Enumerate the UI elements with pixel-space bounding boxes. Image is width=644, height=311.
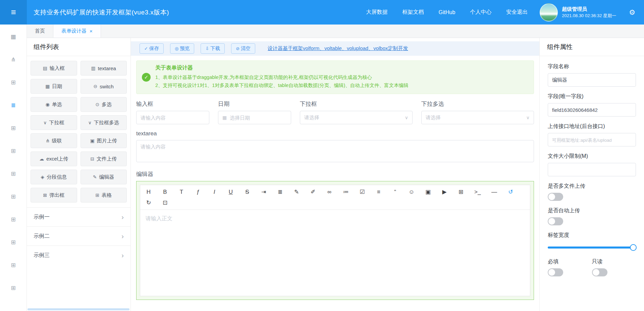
- calendar-icon: ▦: [45, 84, 50, 89]
- select-field-label: 下拉框: [300, 100, 413, 108]
- download-button[interactable]: ⇩ 下载: [201, 43, 225, 54]
- apps-grid-icon[interactable]: ▦: [10, 34, 16, 40]
- text-input-field[interactable]: [136, 111, 209, 124]
- required-toggle[interactable]: [548, 268, 563, 276]
- editor-content-placeholder[interactable]: 请输入正文: [140, 210, 530, 296]
- label-width-slider[interactable]: [548, 244, 636, 251]
- indent-icon[interactable]: ⇥: [261, 189, 267, 195]
- font-size-icon[interactable]: T: [178, 189, 184, 195]
- strikethrough-icon[interactable]: S: [244, 189, 250, 195]
- hamburger-menu-icon[interactable]: ≡: [0, 0, 27, 25]
- component-item-table[interactable]: ⊞ 表格: [80, 188, 127, 203]
- component-item-date[interactable]: ▦ 日期: [31, 79, 77, 94]
- label-width-slider-knob[interactable]: [630, 244, 637, 251]
- date-input[interactable]: [230, 115, 287, 121]
- field-key-input[interactable]: [548, 103, 636, 117]
- tab-form-designer[interactable]: 表单设计器 ×: [53, 25, 101, 38]
- close-icon[interactable]: ×: [90, 28, 93, 34]
- left-panel-scrollbar[interactable]: [28, 308, 129, 310]
- link-icon[interactable]: ∞: [326, 189, 332, 195]
- highlight-icon[interactable]: ✎: [293, 189, 300, 195]
- upload-url-input[interactable]: [548, 133, 636, 146]
- component-item-checkbox[interactable]: ⊙ 多选: [80, 97, 127, 112]
- video-icon[interactable]: ▶: [441, 189, 447, 195]
- table-icon[interactable]: ⊞: [458, 189, 464, 195]
- undo-icon[interactable]: ↺: [507, 189, 514, 195]
- emoji-icon[interactable]: ☺: [409, 189, 415, 195]
- preview-button[interactable]: ◎ 预览: [170, 43, 194, 54]
- component-item-excel-upload[interactable]: ☁ excel上传: [31, 151, 77, 166]
- avatar[interactable]: [540, 3, 558, 21]
- text-input[interactable]: [141, 115, 205, 121]
- line-height-icon[interactable]: ≣: [277, 189, 283, 195]
- list-icon[interactable]: ≔: [343, 189, 349, 195]
- task-list-icon[interactable]: ☑: [359, 189, 365, 195]
- widgets-icon[interactable]: ⊞: [11, 125, 15, 131]
- widgets-icon[interactable]: ⊞: [11, 217, 15, 222]
- component-item-select[interactable]: ∨ 下拉框: [31, 115, 77, 130]
- group-example-1[interactable]: 示例一 ›: [27, 207, 130, 226]
- underline-icon[interactable]: U: [228, 189, 234, 195]
- widgets-icon[interactable]: ⊞: [11, 239, 15, 245]
- brush-icon[interactable]: ✐: [310, 189, 316, 195]
- quote-icon[interactable]: “: [392, 189, 398, 195]
- multi-file-upload-toggle[interactable]: [548, 193, 563, 201]
- date-picker-field[interactable]: ▦: [218, 111, 291, 124]
- gear-icon[interactable]: ⚙: [629, 8, 635, 16]
- nav-item-big-screen[interactable]: 大屏数据: [366, 9, 387, 16]
- field-name-input[interactable]: [548, 73, 636, 87]
- download-icon: ⇩: [205, 46, 209, 51]
- multiselect-field[interactable]: 请选择 ∨: [421, 111, 534, 124]
- group-example-3[interactable]: 示例三 ›: [27, 246, 130, 265]
- component-item-popup[interactable]: ⊠ 弹出框: [31, 188, 77, 203]
- component-item-textarea[interactable]: ▥ textarea: [80, 61, 127, 76]
- component-item-radio[interactable]: ◉ 单选: [31, 97, 77, 112]
- component-item-switch[interactable]: ⊝ switch: [80, 79, 127, 94]
- heading-icon[interactable]: H: [146, 189, 152, 195]
- editor-selected-wrapper[interactable]: H B T ƒ I U S ⇥ ≣ ✎: [136, 181, 534, 300]
- clear-button[interactable]: ⊘ 清空: [231, 43, 255, 54]
- auto-upload-toggle[interactable]: [548, 217, 563, 225]
- designer-canvas: ✓ 保存 ◎ 预览 ⇩ 下载 ⊘ 清空 设计器基于框架vo: [131, 38, 539, 311]
- readonly-toggle[interactable]: [592, 268, 607, 276]
- textarea-field-label: textarea: [136, 130, 534, 137]
- widgets-icon[interactable]: ⊞: [11, 148, 15, 154]
- component-item-editor[interactable]: ✎ 编辑器: [80, 170, 127, 184]
- sliders-icon[interactable]: ≣: [11, 102, 15, 108]
- nav-item-profile[interactable]: 个人中心: [470, 9, 491, 16]
- upload-url-label: 上传接口地址(后台接口): [548, 123, 636, 130]
- editor-component[interactable]: 编辑器 H B T ƒ I U: [136, 170, 534, 300]
- fullscreen-icon[interactable]: ⊡: [162, 200, 168, 206]
- component-item-input[interactable]: ▤ 输入框: [31, 61, 77, 76]
- nav-item-logout[interactable]: 安全退出: [506, 9, 528, 16]
- modules-icon[interactable]: ⊞: [11, 80, 15, 85]
- framework-link[interactable]: 设计器基于框架volform、voltable、volupload、volbox…: [268, 45, 408, 52]
- textarea-field[interactable]: [136, 140, 534, 162]
- italic-icon[interactable]: I: [211, 189, 217, 195]
- save-button[interactable]: ✓ 保存: [140, 43, 164, 54]
- tab-home[interactable]: 首页: [27, 25, 53, 38]
- component-item-cascade[interactable]: ⋔ 级联: [31, 133, 77, 148]
- file-size-limit-input[interactable]: [548, 163, 636, 176]
- component-item-multiselect[interactable]: ∨ 下拉框多选: [80, 115, 127, 130]
- divider-icon[interactable]: —: [491, 189, 497, 195]
- select-field[interactable]: 请选择 ∨: [300, 111, 413, 124]
- code-icon[interactable]: >_: [474, 189, 481, 195]
- nav-item-docs[interactable]: 框架文档: [402, 9, 424, 16]
- share-icon[interactable]: ⋔: [11, 57, 15, 62]
- nav-item-github[interactable]: GitHub: [438, 9, 455, 15]
- font-family-icon[interactable]: ƒ: [195, 189, 201, 195]
- widgets-icon[interactable]: ⊞: [11, 171, 15, 177]
- bold-icon[interactable]: B: [162, 189, 168, 195]
- input-icon: ▤: [43, 66, 47, 71]
- component-item-image-upload[interactable]: ▣ 图片上传: [80, 133, 127, 148]
- widgets-icon[interactable]: ⊞: [11, 285, 15, 291]
- group-example-2[interactable]: 示例二 ›: [27, 226, 130, 246]
- widgets-icon[interactable]: ⊞: [11, 262, 15, 268]
- component-item-file-upload[interactable]: ⊟ 文件上传: [80, 151, 127, 166]
- redo-icon[interactable]: ↻: [146, 200, 152, 206]
- component-item-segment[interactable]: ◈ 分段信息: [31, 170, 77, 184]
- widgets-icon[interactable]: ⊞: [11, 194, 15, 199]
- align-icon[interactable]: ≡: [376, 189, 382, 195]
- image-icon[interactable]: ▣: [425, 189, 431, 195]
